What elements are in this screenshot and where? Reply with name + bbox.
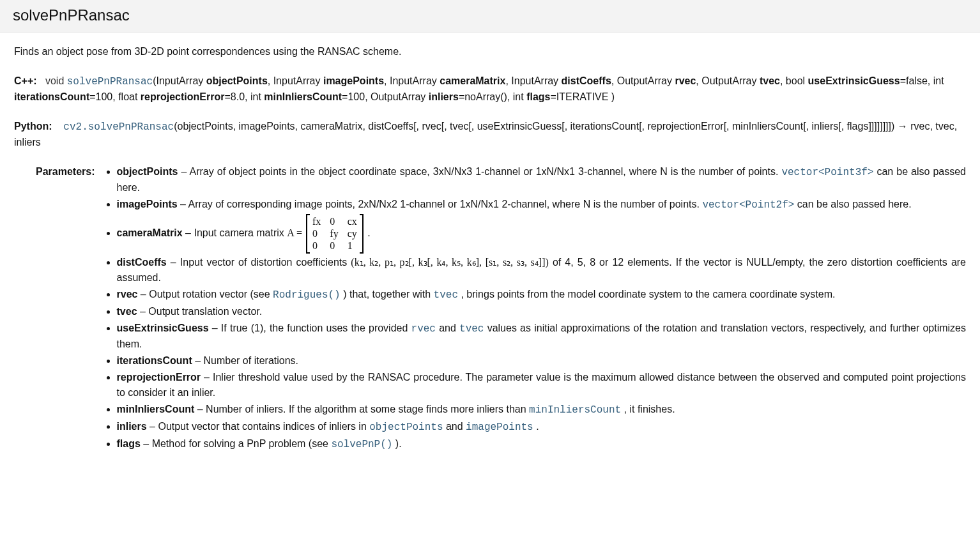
python-func-name[interactable]: solvePnPRansac [88, 121, 174, 133]
cpp-return-type: void [45, 75, 64, 86]
lang-label-cpp: C++: [14, 75, 37, 86]
param-rvec: rvec – Output rotation vector (see Rodri… [117, 287, 967, 303]
distcoeffs-vector: (k₁, k₂, p₁, p₂[, k₃[, k₄, k₅, k₆], [s₁,… [351, 257, 548, 268]
lang-label-python: Python: [14, 121, 52, 132]
section-header: solvePnPRansac [0, 0, 980, 33]
param-imagePoints: imagePoints – Array of corresponding ima… [117, 197, 967, 213]
param-flags: flags – Method for solving a PnP problem… [117, 436, 967, 452]
python-signature: Python: cv2.solvePnPRansac(objectPoints,… [14, 119, 966, 150]
content-body: Finds an object pose from 3D-2D point co… [0, 33, 980, 465]
parameters-label: Parameters: [36, 164, 104, 179]
python-module: cv2. [63, 121, 88, 133]
cpp-func-name[interactable]: solvePnPRansac [67, 76, 153, 88]
link-rodrigues[interactable]: Rodrigues() [273, 289, 341, 301]
param-cameraMatrix: cameraMatrix – Input camera matrix A = f… [117, 214, 967, 254]
section-title: solvePnPRansac [13, 4, 967, 27]
param-useExtrinsicGuess: useExtrinsicGuess – If true (1), the fun… [117, 321, 967, 352]
parameters-block: Parameters: objectPoints – Array of obje… [36, 164, 966, 453]
param-iterationsCount: iterationsCount – Number of iterations. [117, 353, 967, 369]
link-solvepnp[interactable]: solvePnP() [331, 439, 392, 450]
param-minInliersCount: minInliersCount – Number of inliers. If … [117, 402, 967, 418]
param-inliers: inliers – Output vector that contains in… [117, 419, 967, 435]
camera-matrix: fx 0 cx 0 fy cy 0 0 1 [306, 214, 364, 254]
function-summary: Finds an object pose from 3D-2D point co… [14, 44, 966, 59]
param-distCoeffs: distCoeffs – Input vector of distortion … [117, 255, 967, 285]
parameters-list: objectPoints – Array of object points in… [104, 164, 967, 453]
cpp-signature: C++: void solvePnPRansac(InputArray obje… [14, 73, 966, 105]
param-tvec: tvec – Output translation vector. [117, 304, 967, 319]
param-reprojectionError: reprojectionError – Inlier threshold val… [117, 370, 967, 400]
param-objectPoints: objectPoints – Array of object points in… [117, 164, 967, 195]
